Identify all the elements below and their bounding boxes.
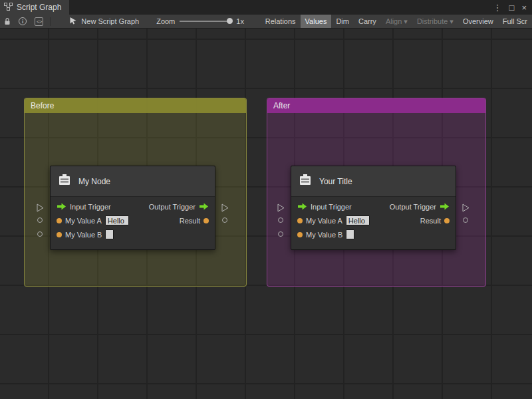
trigger-in-port[interactable]: [57, 203, 66, 210]
zoom-slider[interactable]: [180, 21, 231, 22]
trigger-port-row: Input Trigger Output Trigger: [291, 200, 456, 213]
value-out-port[interactable]: [203, 218, 209, 223]
tab-script-graph[interactable]: Script Graph: [0, 0, 69, 15]
zoom-cluster: Zoom 1x: [156, 17, 244, 25]
chevron-down-icon: ▾: [450, 17, 454, 26]
graph-name: New Script Graph: [81, 17, 139, 25]
external-value-port[interactable]: [278, 217, 283, 223]
port-label: My Value B: [65, 231, 102, 239]
external-value-port[interactable]: [37, 217, 43, 223]
external-trigger-port[interactable]: [221, 203, 229, 215]
lock-icon[interactable]: [0, 15, 15, 28]
port-label: Result: [180, 217, 200, 225]
overview-button[interactable]: Overview: [458, 15, 498, 28]
dim-button[interactable]: Dim: [331, 15, 354, 28]
node-header[interactable]: My Node: [51, 166, 215, 197]
values-button[interactable]: Values: [301, 15, 332, 28]
external-trigger-port[interactable]: [37, 203, 44, 215]
value-in-port[interactable]: [297, 232, 303, 237]
port-label: Input Trigger: [70, 203, 111, 211]
external-trigger-port[interactable]: [462, 203, 469, 215]
value-port-row: My Value B: [51, 227, 215, 241]
port-label: Output Trigger: [390, 203, 436, 211]
node-body: Input Trigger Output Trigger My Value A …: [51, 197, 215, 249]
value-a-input[interactable]: [105, 215, 129, 225]
window-controls: ⋮ □ ×: [493, 0, 532, 15]
value-port-row: My Value A Result: [291, 213, 456, 227]
close-icon[interactable]: ×: [521, 3, 527, 12]
graph-pointer-icon: [69, 17, 77, 26]
window-menu-icon[interactable]: ⋮: [493, 3, 502, 12]
value-in-port[interactable]: [57, 218, 62, 223]
group-title: Before: [31, 101, 54, 110]
align-button: Align ▾: [381, 15, 412, 28]
toolbar-separator: [50, 17, 51, 26]
external-value-port[interactable]: [37, 231, 43, 237]
external-value-port[interactable]: [278, 231, 283, 237]
node-header[interactable]: Your Title: [291, 166, 456, 197]
trigger-out-port[interactable]: [440, 203, 450, 210]
group-title: After: [273, 101, 290, 110]
zoom-label: Zoom: [156, 17, 175, 25]
carry-button[interactable]: Carry: [354, 15, 381, 28]
zoom-slider-knob[interactable]: [227, 18, 233, 24]
unit-icon: [57, 173, 72, 190]
value-out-port[interactable]: [444, 218, 450, 223]
fullscreen-button[interactable]: Full Scr: [498, 15, 532, 28]
node-my-node[interactable]: My Node Input Trigger Output Trigger My …: [50, 166, 215, 250]
relations-button[interactable]: Relations: [261, 15, 301, 28]
node-title: My Node: [78, 177, 110, 186]
value-in-port[interactable]: [57, 232, 62, 237]
value-a-input[interactable]: [346, 215, 370, 225]
code-icon[interactable]: <>: [31, 15, 47, 28]
trigger-port-row: Input Trigger Output Trigger: [51, 200, 215, 213]
graph-name-cluster[interactable]: New Script Graph: [69, 17, 139, 26]
value-in-port[interactable]: [297, 218, 303, 223]
graph-canvas[interactable]: Before After My Node: [0, 29, 532, 399]
info-icon[interactable]: i: [15, 15, 31, 28]
trigger-in-port[interactable]: [297, 203, 307, 210]
node-your-title[interactable]: Your Title Input Trigger Output Trigger …: [291, 166, 456, 250]
port-label: My Value B: [306, 231, 342, 239]
node-title: Your Title: [319, 177, 352, 186]
maximize-icon[interactable]: □: [509, 3, 515, 12]
value-port-row: My Value A Result: [51, 213, 215, 227]
group-before-header[interactable]: Before: [25, 98, 246, 113]
external-value-port[interactable]: [222, 217, 227, 223]
port-label: Output Trigger: [149, 203, 196, 211]
unit-icon: [298, 173, 313, 190]
port-label: Result: [420, 217, 441, 225]
port-label: My Value A: [306, 217, 342, 225]
distribute-button: Distribute ▾: [412, 15, 458, 28]
value-port-row: My Value B: [291, 227, 456, 241]
external-trigger-port[interactable]: [277, 203, 285, 215]
external-value-port[interactable]: [463, 217, 468, 223]
toolbar-buttons: Relations Values Dim Carry Align ▾ Distr…: [261, 15, 532, 28]
value-b-input[interactable]: [105, 229, 114, 239]
script-graph-icon: [4, 3, 13, 13]
trigger-out-port[interactable]: [199, 203, 209, 210]
port-label: Input Trigger: [311, 203, 352, 211]
graph-toolbar: i <> New Script Graph Zoom 1x Relations …: [0, 15, 532, 29]
port-label: My Value A: [65, 217, 102, 225]
value-b-input[interactable]: [346, 229, 354, 239]
window-titlebar: Script Graph ⋮ □ ×: [0, 0, 532, 15]
node-body: Input Trigger Output Trigger My Value A …: [291, 197, 456, 249]
group-after-header[interactable]: After: [267, 98, 485, 113]
chevron-down-icon: ▾: [404, 17, 408, 26]
tab-title: Script Graph: [17, 3, 61, 12]
zoom-value: 1x: [236, 17, 244, 25]
